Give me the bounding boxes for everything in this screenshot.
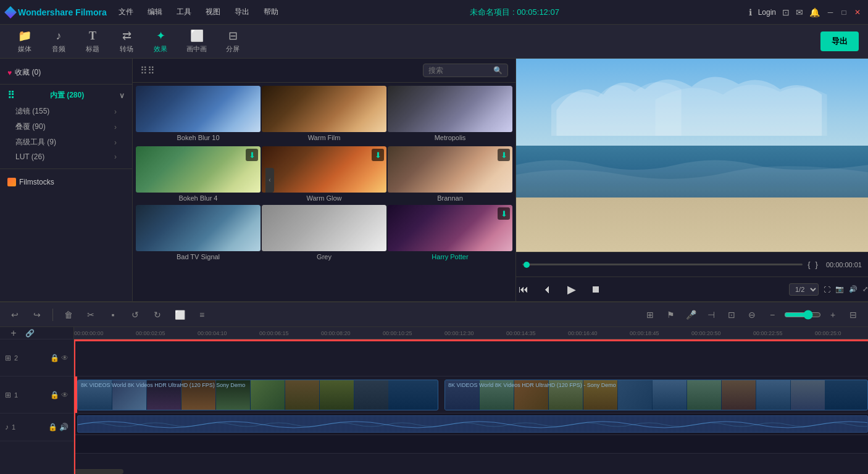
music-track-row[interactable] <box>74 435 868 454</box>
info-icon[interactable]: ℹ <box>749 7 752 17</box>
preview-progress-bar[interactable] <box>522 264 803 265</box>
menu-file[interactable]: 文件 <box>116 6 136 19</box>
clip2-label: 8K VIDEOS World 8K Videos HDR UltraHD (1… <box>448 382 616 388</box>
go-to-start-button[interactable]: ⏮ <box>516 282 531 297</box>
effect-metropolis[interactable]: Metropolis <box>388 86 512 143</box>
effect-warm-glow[interactable]: ⬇ Warm Glow <box>262 146 386 204</box>
play-button[interactable]: ▶ <box>564 282 579 297</box>
effect-brannan[interactable]: ⬇ Brannan <box>388 146 512 204</box>
menu-tools[interactable]: 工具 <box>174 6 194 19</box>
download-icon-bokeh4[interactable]: ⬇ <box>246 149 258 161</box>
mic-button[interactable]: 🎤 <box>682 306 699 323</box>
toolbar: 📁 媒体 ♪ 音频 T 标题 ⇄ 转场 ✦ 效果 ⬜ 画中画 ⊟ 分屏 导出 <box>0 25 868 59</box>
tool-title[interactable]: T 标题 <box>77 27 108 57</box>
search-input[interactable] <box>428 66 490 75</box>
rotate-left-button[interactable]: ↺ <box>127 306 144 323</box>
timeline-scrollbar-thumb[interactable] <box>74 469 123 474</box>
delete-button[interactable]: 🗑 <box>60 306 77 323</box>
volume-icon[interactable]: 🔊 <box>849 285 858 293</box>
track2-row[interactable] <box>74 339 868 376</box>
expand-icon[interactable]: ⤢ <box>862 285 868 293</box>
window-icon-2[interactable]: ✉ <box>796 7 803 17</box>
track1-lock-button[interactable]: 🔒 <box>50 391 59 399</box>
redo-button[interactable]: ↪ <box>28 306 46 323</box>
export-button[interactable]: 导出 <box>820 31 859 51</box>
audio-track-row[interactable] <box>74 414 868 435</box>
cut-button[interactable]: ✂ <box>82 306 99 323</box>
sidebar-advanced[interactable]: 高级工具 (9) › <box>0 135 132 150</box>
color-button[interactable]: ⬜ <box>171 306 188 323</box>
quality-select[interactable]: 1/2 1/1 1/4 <box>789 283 819 296</box>
ruler-mark-12: 00:00:25:0 <box>815 330 841 336</box>
menu-view[interactable]: 视图 <box>203 6 223 19</box>
download-icon-warm-glow[interactable]: ⬇ <box>372 149 384 161</box>
music-volume-button[interactable]: 🔊 <box>59 423 69 431</box>
playhead[interactable] <box>74 339 75 474</box>
align-button[interactable]: ≡ <box>193 306 211 323</box>
rotate-right-button[interactable]: ↻ <box>149 306 166 323</box>
video-clip-1[interactable]: 8K VIDEOS World 8K Videos HDR UltraHD (1… <box>77 380 438 410</box>
fullscreen-icon[interactable]: ⛶ <box>824 286 830 293</box>
track2-visibility-button[interactable]: 👁 <box>61 354 69 362</box>
menu-help[interactable]: 帮助 <box>261 6 281 19</box>
tool-transition[interactable]: ⇄ 转场 <box>111 26 142 57</box>
sidebar-collapse-button[interactable]: ‹ <box>265 168 274 193</box>
snapshot-timeline-button[interactable]: ⊡ <box>723 306 740 323</box>
sidebar-builtin[interactable]: ⠿ 内置 (280) ∨ <box>0 87 132 104</box>
snapshot-icon[interactable]: 📷 <box>835 285 844 293</box>
effect-harry[interactable]: ⬇ Harry Potter <box>388 205 512 262</box>
zoom-slider[interactable] <box>784 310 821 320</box>
filters-chevron: › <box>114 107 117 116</box>
timeline-tracks-header: + 🔗 ⊞ 2 🔒 👁 ⊞ 1 🔒 👁 <box>0 327 74 474</box>
undo-button[interactable]: ↩ <box>6 306 23 323</box>
thumb2-8 <box>687 380 721 410</box>
music-lock-button[interactable]: 🔒 <box>48 423 57 431</box>
login-button[interactable]: Login <box>758 8 776 17</box>
track1-row[interactable]: 8K VIDEOS World 8K Videos HDR UltraHD (1… <box>74 376 868 414</box>
track2-lock-button[interactable]: 🔒 <box>50 354 59 362</box>
crop-button[interactable]: ▪ <box>104 306 122 323</box>
sidebar-filters[interactable]: 滤镜 (155) › <box>0 104 132 119</box>
sidebar-favorites[interactable]: ♥ 收藏 (0) <box>0 64 132 81</box>
flag-button[interactable]: ⚑ <box>662 306 679 323</box>
effect-bokeh10[interactable]: Bokeh Blur 10 <box>136 86 261 143</box>
audio-clip[interactable] <box>77 415 868 433</box>
effect-bad-tv[interactable]: Bad TV Signal <box>136 205 261 262</box>
sidebar-lut[interactable]: LUT (26) › <box>0 150 132 164</box>
tool-pip[interactable]: ⬜ 画中画 <box>179 26 214 57</box>
tool-split[interactable]: ⊟ 分屏 <box>217 26 248 57</box>
detach-audio-button[interactable]: ⊣ <box>703 306 720 323</box>
window-icon-1[interactable]: ⊡ <box>782 7 790 17</box>
sidebar-overlays[interactable]: 叠覆 (90) › <box>0 119 132 135</box>
tool-audio[interactable]: ♪ 音频 <box>43 27 74 57</box>
track1-visibility-button[interactable]: 👁 <box>61 391 69 399</box>
timeline-ruler[interactable]: 00:00:00:00 00:00:02:05 00:00:04:10 00:0… <box>74 327 868 339</box>
scene-detect-button[interactable]: ⊞ <box>641 306 659 323</box>
mute-button[interactable]: ⊖ <box>743 306 761 323</box>
stop-button[interactable]: ⏹ <box>588 282 603 297</box>
step-back-button[interactable]: ⏴ <box>540 282 555 297</box>
link-icon[interactable]: 🔗 <box>25 329 35 338</box>
zoom-in-button[interactable]: + <box>824 306 841 323</box>
maximize-button[interactable]: □ <box>840 8 848 17</box>
download-icon-brannan[interactable]: ⬇ <box>498 149 510 161</box>
auto-fit-button[interactable]: ⊟ <box>845 306 862 323</box>
effect-bokeh4[interactable]: ⬇ Bokeh Blur 4 <box>136 146 261 204</box>
window-icon-3[interactable]: 🔔 <box>809 7 820 17</box>
download-icon-harry[interactable]: ⬇ <box>498 207 510 220</box>
zoom-slider-container[interactable] <box>784 310 821 320</box>
minimize-button[interactable]: ─ <box>826 8 835 17</box>
project-timecode: 00:05:12:07 <box>517 7 559 17</box>
video-clip-2[interactable]: 8K VIDEOS World 8K Videos HDR UltraHD (1… <box>444 380 868 410</box>
tool-effects[interactable]: ✦ 效果 <box>145 26 176 57</box>
menu-export[interactable]: 导出 <box>232 6 252 19</box>
close-button[interactable]: ✕ <box>853 8 862 17</box>
thumb-8 <box>320 380 354 410</box>
menu-edit[interactable]: 编辑 <box>145 6 165 19</box>
tool-media[interactable]: 📁 媒体 <box>9 26 40 57</box>
effect-warm-film[interactable]: Warm Film <box>262 86 386 143</box>
effect-grey[interactable]: Grey <box>262 205 386 262</box>
sidebar-filmstocks[interactable]: Filmstocks <box>0 174 132 190</box>
zoom-out-button[interactable]: − <box>764 306 781 323</box>
effects-search-box[interactable]: 🔍 <box>423 64 508 77</box>
